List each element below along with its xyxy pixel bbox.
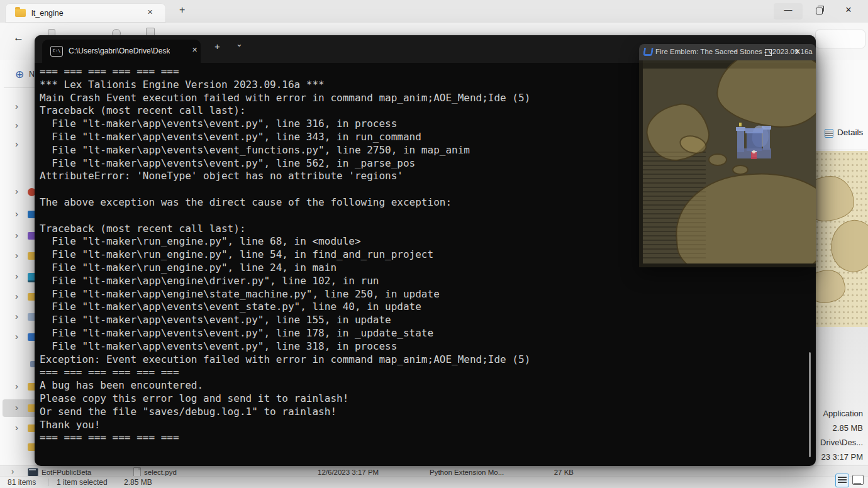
file-preview-map — [815, 151, 868, 327]
chevron-right-icon[interactable]: › — [15, 331, 18, 341]
file-type: Python Extension Mo... — [430, 467, 505, 477]
close-icon[interactable]: ✕ — [834, 5, 863, 14]
folder-icon — [15, 9, 26, 17]
terminal-line: File "lt-maker\app\events\event_state.py… — [40, 301, 811, 314]
item-count: 81 items — [8, 478, 36, 487]
selection-info: 1 item selected — [57, 478, 108, 487]
explorer-tab-title: lt_engine — [31, 9, 64, 18]
chevron-right-icon[interactable]: › — [15, 402, 18, 413]
close-icon[interactable]: ✕ — [192, 46, 198, 54]
map-landmass — [815, 266, 849, 308]
game-window-titlebar[interactable]: Fire Emblem: The Sacred Stones - v2023.0… — [639, 44, 816, 60]
restore-icon[interactable] — [816, 8, 823, 14]
castle-tower — [763, 128, 770, 150]
details-view-icon[interactable] — [835, 474, 849, 487]
chevron-right-icon[interactable]: › — [15, 422, 18, 433]
terminal-line: Exception: Event execution failed with e… — [40, 353, 811, 367]
file-list-row[interactable]: › EotFPublicBeta select.pyd 12/6/2023 3:… — [0, 465, 868, 477]
status-bar: 81 items 1 item selected 2.85 MB — [0, 476, 868, 488]
new-tab-icon[interactable]: + — [214, 41, 220, 52]
close-icon[interactable]: ✕ — [794, 47, 801, 56]
chevron-right-icon[interactable]: › — [15, 208, 18, 219]
chevron-right-icon[interactable]: › — [15, 311, 18, 321]
selection-size: 2.85 MB — [124, 478, 152, 487]
chevron-right-icon[interactable]: › — [11, 467, 14, 476]
minimize-icon[interactable]: — — [730, 47, 737, 56]
terminal-tab-title: C:\Users\gabri\OneDrive\Desk — [69, 47, 170, 55]
minimize-icon[interactable]: — — [774, 5, 803, 14]
divider — [48, 479, 48, 486]
map-islet — [732, 165, 748, 175]
chevron-down-icon[interactable]: ⌄ — [236, 39, 243, 48]
plus-circle-icon[interactable]: ⊕ — [15, 68, 24, 81]
terminal-line: === === === === === === — [40, 431, 811, 445]
map-landmass — [815, 176, 854, 221]
chevron-right-icon[interactable]: › — [15, 380, 18, 391]
terminal-line: File "lt-maker\app\events\event.py", lin… — [40, 340, 811, 353]
chevron-right-icon[interactable]: › — [15, 291, 18, 301]
castle-roof — [745, 128, 763, 133]
castle-tower — [762, 126, 771, 130]
explorer-tab[interactable]: lt_engine ✕ — [5, 3, 166, 23]
tree-item-label[interactable]: EotFPublicBeta — [42, 467, 91, 477]
file-name[interactable]: select.pyd — [144, 467, 177, 477]
application-icon — [28, 468, 38, 477]
file-date: 12/6/2023 3:17 PM — [318, 467, 379, 477]
terminal-line: A bug has been encountered. — [40, 379, 811, 392]
chevron-right-icon[interactable]: › — [15, 270, 18, 281]
back-icon[interactable]: ← — [13, 31, 24, 44]
terminal-line: Please copy this error log and send it t… — [40, 392, 811, 406]
chevron-right-icon[interactable]: › — [15, 250, 18, 260]
thumbnail-view-icon[interactable] — [852, 475, 864, 485]
file-icon — [133, 467, 141, 477]
unit-sprite — [752, 150, 755, 153]
divider — [818, 150, 867, 150]
details-pane-icon — [825, 129, 833, 138]
cmd-icon: C:\ — [50, 46, 63, 57]
world-map — [639, 60, 816, 267]
terminal-line: === === === === === === — [40, 366, 811, 379]
map-islet — [708, 153, 727, 166]
map-landmass — [715, 60, 816, 130]
castle-tower — [736, 127, 745, 131]
terminal-tab[interactable]: C:\ C:\Users\gabri\OneDrive\Desk ✕ — [42, 40, 201, 63]
terminal-line: File "lt-maker\app\engine\state_machine.… — [40, 288, 811, 301]
search-input[interactable] — [815, 30, 865, 48]
terminal-line: Or send the file "saves/debug.log.1" to … — [40, 406, 811, 419]
terminal-line: File "lt-maker\app\events\event.py", lin… — [40, 314, 811, 327]
flag — [739, 123, 742, 126]
terminal-line: Thank you! — [40, 419, 811, 432]
terminal-line: File "lt-maker\app\engine\driver.py", li… — [40, 275, 811, 288]
chevron-right-icon[interactable]: › — [15, 138, 18, 149]
details-button[interactable]: Details — [837, 128, 863, 137]
file-size: 27 KB — [538, 467, 574, 477]
lex-talionis-logo-icon — [643, 48, 654, 56]
castle-sprite — [736, 121, 772, 164]
chevron-right-icon[interactable]: › — [15, 230, 18, 240]
chevron-right-icon[interactable]: › — [15, 101, 18, 111]
terminal-line: File "lt-maker\app\events\event.py", lin… — [40, 327, 811, 340]
map-landmass — [823, 214, 868, 278]
game-window: Fire Emblem: The Sacred Stones - v2023.0… — [639, 44, 816, 267]
chevron-right-icon[interactable]: › — [15, 186, 18, 196]
scrollbar-thumb[interactable] — [809, 352, 811, 457]
new-tab-icon[interactable]: + — [179, 4, 185, 16]
chevron-right-icon[interactable]: › — [15, 119, 18, 130]
maximize-icon[interactable] — [765, 49, 772, 56]
close-icon[interactable]: ✕ — [147, 8, 153, 16]
explorer-tab-bar: lt_engine ✕ + — ✕ — [0, 0, 868, 23]
